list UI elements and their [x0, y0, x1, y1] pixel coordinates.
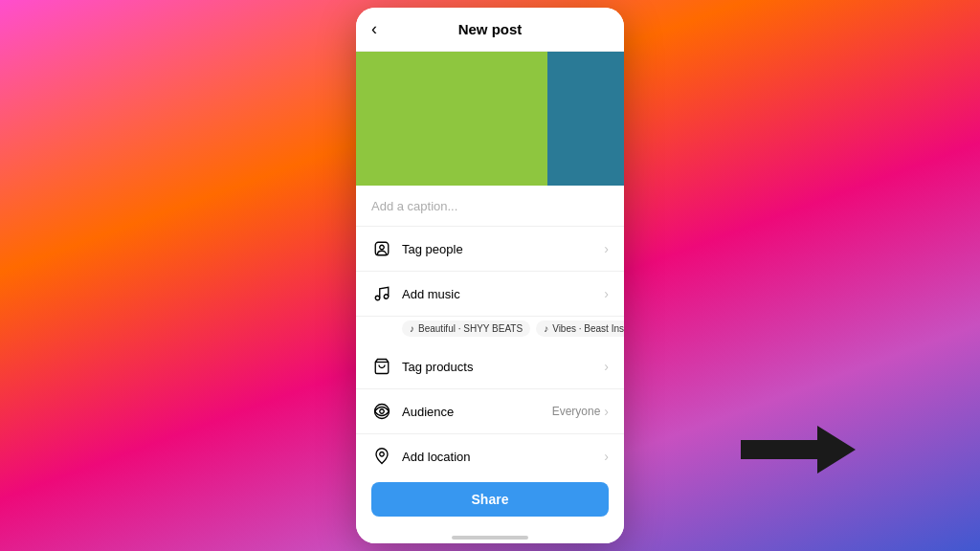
home-indicator	[356, 530, 624, 543]
svg-point-7	[380, 452, 385, 457]
menu-item-audience[interactable]: Audience Everyone ›	[356, 389, 624, 434]
images-preview	[356, 52, 624, 186]
share-button[interactable]: Share	[371, 482, 609, 517]
music-chips-row: ♪ Beautiful · SHYY BEATS ♪ Vibes · Beast…	[356, 317, 624, 344]
image-left[interactable]	[356, 52, 547, 186]
menu-item-add-music[interactable]: Add music ›	[356, 272, 624, 317]
tag-people-chevron: ›	[604, 241, 609, 256]
menu-item-tag-people[interactable]: Tag people ›	[356, 227, 624, 272]
image-right[interactable]	[547, 52, 624, 186]
svg-point-3	[384, 295, 389, 299]
tag-people-icon	[371, 238, 392, 259]
chip1-label: Beautiful · SHYY BEATS	[418, 323, 523, 334]
add-location-chevron: ›	[604, 449, 609, 464]
audience-label: Audience	[402, 405, 552, 419]
menu-section: Tag people › Add music › ♪ Beautiful · S…	[356, 227, 624, 473]
audience-chevron: ›	[604, 404, 609, 419]
chip1-icon: ♪	[410, 323, 414, 334]
tag-products-label: Tag products	[402, 360, 604, 374]
svg-point-1	[380, 245, 385, 250]
caption-area[interactable]: Add a caption...	[356, 186, 624, 227]
phone-screen: ‹ New post Add a caption... Tag people ›	[356, 8, 624, 543]
chip2-icon: ♪	[544, 323, 548, 334]
add-music-chevron: ›	[604, 286, 609, 301]
page-title: New post	[458, 21, 523, 37]
tag-products-chevron: ›	[604, 359, 609, 374]
music-chip-2[interactable]: ♪ Vibes · Beast Inside Beats	[536, 320, 624, 337]
menu-item-tag-products[interactable]: Tag products ›	[356, 344, 624, 389]
tag-people-label: Tag people	[402, 242, 604, 256]
add-music-icon	[371, 283, 392, 304]
add-location-label: Add location	[402, 450, 604, 464]
home-bar	[452, 536, 528, 540]
location-icon	[371, 446, 392, 467]
svg-marker-9	[741, 426, 856, 474]
svg-point-6	[380, 409, 385, 414]
audience-value: Everyone	[552, 405, 601, 418]
audience-icon	[371, 401, 392, 422]
share-section: Share	[356, 473, 624, 530]
header: ‹ New post	[356, 8, 624, 52]
add-music-label: Add music	[402, 287, 604, 301]
svg-point-2	[375, 296, 380, 300]
tag-products-icon	[371, 356, 392, 377]
svg-point-5	[375, 405, 390, 419]
menu-item-add-location[interactable]: Add location ›	[356, 434, 624, 473]
chip2-label: Vibes · Beast Inside Beats	[552, 323, 624, 334]
arrow-annotation	[741, 421, 856, 482]
music-chip-1[interactable]: ♪ Beautiful · SHYY BEATS	[402, 320, 530, 337]
back-button[interactable]: ‹	[371, 19, 377, 39]
caption-placeholder: Add a caption...	[371, 199, 457, 213]
